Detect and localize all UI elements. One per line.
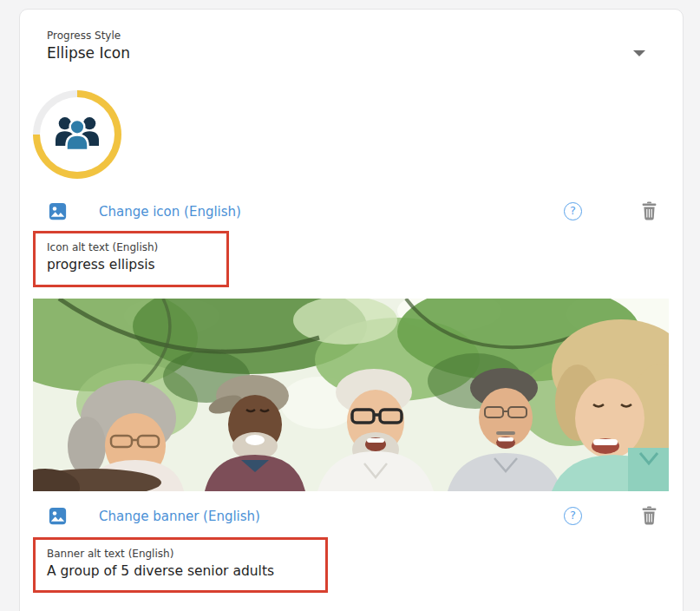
banner-alt-text-value[interactable]: A group of 5 diverse senior adults <box>47 563 325 579</box>
banner-alt-text-field[interactable]: Banner alt text (English) A group of 5 d… <box>33 537 328 593</box>
people-group-icon <box>54 115 101 154</box>
banner-image <box>33 299 669 491</box>
progress-style-select[interactable]: Ellipse Icon <box>47 44 130 62</box>
chevron-down-icon[interactable] <box>633 50 645 56</box>
progress-ring-inner <box>40 97 114 172</box>
help-icon[interactable]: ? <box>564 507 582 525</box>
change-banner-link[interactable]: Change banner (English) <box>99 509 260 524</box>
help-icon[interactable]: ? <box>564 202 582 220</box>
image-icon[interactable] <box>49 202 67 220</box>
icon-alt-text-value[interactable]: progress ellipsis <box>47 257 226 273</box>
trash-icon[interactable] <box>641 506 657 525</box>
trash-icon[interactable] <box>641 201 657 220</box>
banner-alt-text-label: Banner alt text (English) <box>47 548 325 560</box>
progress-ring <box>33 90 121 179</box>
settings-card: Progress Style Ellipse Icon Change <box>19 9 684 611</box>
icon-alt-text-label: Icon alt text (English) <box>47 241 226 253</box>
change-icon-link[interactable]: Change icon (English) <box>99 204 241 220</box>
image-icon[interactable] <box>49 507 67 525</box>
icon-alt-text-field[interactable]: Icon alt text (English) progress ellipsi… <box>33 231 229 287</box>
progress-style-label: Progress Style <box>47 30 121 42</box>
